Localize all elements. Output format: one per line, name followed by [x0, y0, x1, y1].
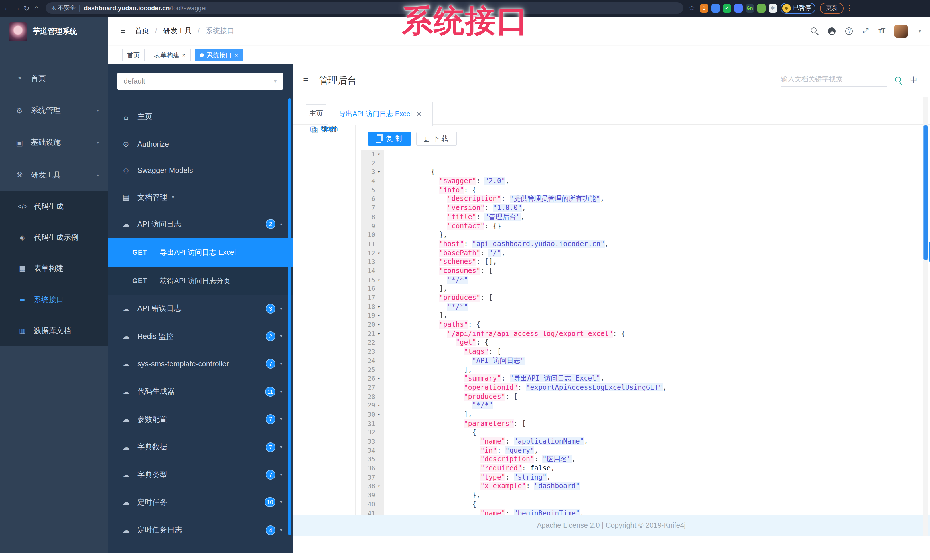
doc-tab-home[interactable]: 主页	[306, 104, 326, 123]
gutter[interactable]: 27	[361, 384, 384, 392]
api-group-row[interactable]: ☁ 定时任务 10 ▾	[108, 488, 293, 516]
update-button[interactable]: 更新	[820, 3, 844, 14]
fold-icon[interactable]	[375, 347, 383, 356]
fold-icon[interactable]	[375, 204, 383, 213]
api-group-row[interactable]: ☁ 字典类型 7 ▾	[108, 461, 293, 489]
browser-menu-icon[interactable]: ⋮	[846, 4, 853, 12]
mini-nav-item[interactable]: ▢ Open	[293, 125, 355, 133]
api-group-row[interactable]: ☁ Redis 监控 2 ▾	[108, 322, 293, 350]
tree-item[interactable]: ☁ API 访问日志 2 ▴	[108, 210, 293, 238]
api-group-row[interactable]: ☁ sys-sms-template-controller 7 ▾	[108, 350, 293, 378]
fold-icon[interactable]	[375, 419, 383, 428]
fold-icon[interactable]	[375, 339, 383, 347]
bookmark-star-icon[interactable]: ☆	[689, 4, 695, 12]
gutter[interactable]: 39	[361, 491, 384, 500]
fold-icon[interactable]	[375, 384, 383, 392]
tree-item[interactable]: ⊙ Authorize	[108, 130, 293, 157]
fold-icon[interactable]	[375, 365, 383, 374]
gutter[interactable]: 10	[361, 231, 384, 239]
extensions-paused-badge[interactable]: ☻ 已暂停	[781, 3, 816, 14]
gutter[interactable]: 29 ▾	[361, 402, 384, 410]
api-group-row[interactable]: ☁ API 错误日志 3 ▾	[108, 295, 293, 322]
fold-icon[interactable]: ▾	[375, 330, 383, 339]
gutter[interactable]: 34	[361, 446, 384, 455]
fold-icon[interactable]	[375, 285, 383, 294]
sidebar-menu-item[interactable]: ⚙ 系统管理 ▾	[0, 94, 108, 127]
sidebar-submenu-item[interactable]: ◈ 代码生成示例	[0, 222, 108, 253]
help-icon[interactable]: ?	[845, 28, 853, 35]
fold-icon[interactable]	[375, 213, 383, 222]
tree-collapse-icon[interactable]: ≡	[303, 75, 309, 86]
back-icon[interactable]: ←	[2, 4, 12, 12]
fold-icon[interactable]: ▾	[375, 311, 383, 321]
fold-icon[interactable]	[375, 446, 383, 455]
avatar-caret-icon[interactable]: ▼	[918, 29, 922, 34]
fold-icon[interactable]	[375, 159, 383, 168]
fold-icon[interactable]	[375, 356, 383, 365]
api-group-row[interactable]: ☁ 代码生成器 11 ▾	[108, 378, 293, 405]
api-group-row[interactable]: ☁ 岗位 7 ▾	[108, 544, 293, 554]
user-avatar[interactable]	[895, 25, 908, 38]
github-icon[interactable]	[828, 28, 836, 35]
api-group-row[interactable]: ☁ 参数配置 7 ▾	[108, 405, 293, 433]
gutter[interactable]: 18 ▾	[361, 302, 384, 311]
fold-icon[interactable]	[375, 267, 383, 276]
gutter[interactable]: 38 ▾	[361, 482, 384, 491]
api-operation-row[interactable]: GET 导出API 访问日志 Excel	[108, 238, 293, 267]
copy-button[interactable]: 复制	[368, 132, 411, 146]
gutter[interactable]: 35	[361, 455, 384, 464]
tag-close-icon[interactable]: ×	[182, 52, 186, 58]
tag-item[interactable]: 表单构建 ×	[149, 49, 191, 61]
gutter[interactable]: 20 ▾	[361, 321, 384, 329]
gutter[interactable]: 26 ▾	[361, 374, 384, 383]
fold-icon[interactable]	[375, 294, 383, 302]
gutter[interactable]: 11	[361, 240, 384, 249]
gutter[interactable]: 5	[361, 186, 384, 195]
tree-scrollbar-thumb[interactable]	[288, 98, 291, 535]
gutter[interactable]: 33	[361, 437, 384, 446]
fold-icon[interactable]	[375, 392, 383, 401]
fold-icon[interactable]	[375, 177, 383, 186]
sidebar-submenu-item[interactable]: ▥ 数据库文档	[0, 315, 108, 346]
fold-icon[interactable]	[375, 491, 383, 500]
gutter[interactable]: 15 ▾	[361, 276, 384, 284]
breadcrumb-item[interactable]: 研发工具	[163, 27, 192, 35]
doc-tab-active[interactable]: 导出API 访问日志 Excel ✕	[328, 102, 433, 126]
fold-icon[interactable]	[375, 258, 383, 267]
tag-close-icon[interactable]: ×	[235, 52, 238, 58]
gutter[interactable]: 9	[361, 222, 384, 231]
fold-icon[interactable]: ▾	[375, 410, 383, 419]
language-toggle[interactable]: 中	[910, 75, 918, 85]
gutter[interactable]: 40	[361, 500, 384, 509]
gutter[interactable]: 13	[361, 258, 384, 267]
fold-icon[interactable]	[375, 428, 383, 437]
gutter[interactable]: 6	[361, 195, 384, 204]
fold-icon[interactable]	[375, 509, 383, 514]
gutter[interactable]: 21 ▾	[361, 330, 384, 339]
fold-icon[interactable]	[375, 186, 383, 195]
gutter[interactable]: 36	[361, 464, 384, 473]
fold-icon[interactable]: ▾	[375, 482, 383, 491]
gutter[interactable]: 41	[361, 509, 384, 514]
page-scrollbar-thumb[interactable]	[923, 125, 928, 261]
gutter[interactable]: 8	[361, 213, 384, 222]
fold-icon[interactable]: ▾	[375, 302, 383, 311]
sidebar-menu-item[interactable]: ◔ 首页	[0, 62, 108, 94]
gutter[interactable]: 23	[361, 347, 384, 356]
fold-icon[interactable]: ▾	[375, 276, 383, 284]
search-icon[interactable]	[811, 28, 819, 35]
fold-icon[interactable]	[375, 455, 383, 464]
gutter[interactable]: 31	[361, 419, 384, 428]
fold-icon[interactable]	[375, 473, 383, 482]
forward-icon[interactable]: →	[12, 4, 22, 12]
sidebar-menu-item[interactable]: ▣ 基础设施 ▾	[0, 127, 108, 159]
breadcrumb-item[interactable]: 系统接口	[206, 27, 234, 35]
address-bar[interactable]: ⚠ 不安全 | dashboard.yudao.iocoder.cn /tool…	[46, 3, 683, 14]
fold-icon[interactable]	[375, 195, 383, 204]
doc-search-icon[interactable]	[895, 77, 902, 84]
api-group-row[interactable]: ☁ 字典数据 7 ▾	[108, 433, 293, 461]
gutter[interactable]: 17	[361, 294, 384, 302]
fold-icon[interactable]: ▾	[375, 168, 383, 177]
sidebar-collapse-icon[interactable]: ≡	[120, 26, 126, 36]
sidebar-submenu-item[interactable]: </> 代码生成	[0, 191, 108, 222]
